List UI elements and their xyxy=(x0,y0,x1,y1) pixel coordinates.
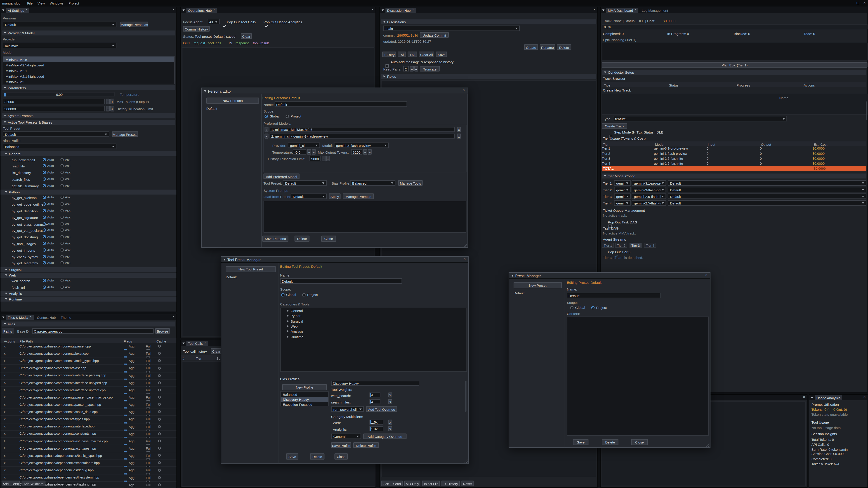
radio-auto[interactable] xyxy=(43,216,46,219)
new-preset-button[interactable]: New Preset xyxy=(514,282,562,288)
add-preferred-model-button[interactable]: Add Preferred Model xyxy=(264,173,299,179)
roles-header[interactable]: Roles xyxy=(381,74,596,78)
max-output-minus-button[interactable]: − xyxy=(363,149,367,155)
browse-button[interactable]: Browse xyxy=(155,328,170,334)
persona-list-item[interactable]: Default xyxy=(204,105,264,111)
radio-auto[interactable] xyxy=(43,229,46,232)
radio-auto[interactable] xyxy=(43,286,46,289)
stream-tab-tier2[interactable]: Tier 2 xyxy=(615,243,627,248)
discussion-action-button[interactable]: Gen + Send xyxy=(381,481,403,486)
radio-ask[interactable] xyxy=(61,235,64,238)
radio-auto[interactable] xyxy=(43,279,46,283)
model-list-item[interactable]: MiniMax-M2.1 xyxy=(3,68,174,73)
tab-close-icon[interactable]: ✕ xyxy=(29,316,32,319)
add-tool-override-button[interactable]: Add Tool Override xyxy=(366,406,397,412)
clear-status-button[interactable]: Clear xyxy=(241,33,252,39)
category-tree-item[interactable]: Python xyxy=(281,313,467,319)
expand-triangle-icon[interactable] xyxy=(287,325,289,327)
close-icon[interactable]: ✕ xyxy=(863,1,866,4)
tier-provider-select[interactable]: gemini xyxy=(614,180,631,186)
remove-model-icon[interactable]: x xyxy=(457,127,461,132)
panel-close-icon[interactable]: ✕ xyxy=(803,396,805,399)
radio-ask[interactable] xyxy=(61,229,64,232)
delete-discussion-button[interactable]: Delete xyxy=(557,44,571,50)
entry-button[interactable]: +All xyxy=(408,52,417,57)
radio-auto[interactable] xyxy=(43,261,46,265)
profile-name-input[interactable] xyxy=(331,381,419,386)
new-tool-preset-button[interactable]: New Tool Preset xyxy=(226,266,276,272)
remove-file-button[interactable]: x xyxy=(4,432,5,435)
category-multiplier-input[interactable] xyxy=(369,426,383,431)
radio-ask[interactable] xyxy=(61,279,64,283)
panel-menu-icon[interactable] xyxy=(182,342,185,344)
history-minus-button[interactable]: − xyxy=(322,156,326,161)
rename-discussion-button[interactable]: Rename xyxy=(539,44,555,50)
profile-list-item[interactable]: Discovery-Heavy xyxy=(281,397,329,402)
persona-select[interactable]: Default xyxy=(3,22,116,27)
minimize-icon[interactable]: — xyxy=(849,1,852,4)
radio-ask[interactable] xyxy=(61,164,64,168)
paths-subtab[interactable]: Paths xyxy=(2,328,13,334)
add-files-button[interactable]: Add File(s) xyxy=(2,481,20,486)
create-discussion-button[interactable]: Create xyxy=(524,44,538,50)
panel-close-icon[interactable]: ✕ xyxy=(371,8,374,11)
remove-file-button[interactable]: x xyxy=(4,359,5,362)
add-category-override-button[interactable]: Add Category Override xyxy=(363,433,406,439)
history-limit-input[interactable] xyxy=(309,156,320,161)
tab-close-icon[interactable]: ✕ xyxy=(634,8,637,11)
close-button[interactable]: Close xyxy=(335,453,348,459)
system-prompt-textarea[interactable] xyxy=(264,201,466,233)
discussion-action-button[interactable]: Reset xyxy=(461,481,473,486)
max-tokens-minus-button[interactable]: − xyxy=(106,99,110,104)
radio-project[interactable] xyxy=(591,306,594,309)
radio-auto[interactable] xyxy=(43,202,46,206)
apply-button[interactable]: Apply xyxy=(329,193,341,199)
stream-tab-tier3[interactable]: Tier 3 xyxy=(629,243,642,248)
provider-select[interactable]: minimax xyxy=(3,43,116,48)
radio-ask[interactable] xyxy=(61,255,64,258)
remove-file-button[interactable]: x xyxy=(4,381,5,384)
model-list-item[interactable]: MiniMax-M2.1-highspeed xyxy=(3,73,174,79)
tab-context-hub[interactable]: Context Hub xyxy=(35,315,57,320)
category-multiplier-input[interactable] xyxy=(369,420,383,424)
system-prompts-header[interactable]: System Prompts xyxy=(2,113,175,118)
tool-preset-name-input[interactable] xyxy=(280,278,402,284)
provider-select[interactable]: gemini_cli xyxy=(288,142,320,148)
menu-item[interactable]: Windows xyxy=(50,1,64,5)
remove-weight-icon[interactable]: x xyxy=(388,392,392,397)
dialog-close-icon[interactable]: ✕ xyxy=(463,258,466,261)
discussion-select[interactable]: main xyxy=(383,26,520,31)
create-track-button[interactable]: Create Track xyxy=(602,123,627,129)
pop-out-tier3-label[interactable]: Pop Out Tier 3 xyxy=(608,250,630,254)
panel-menu-icon[interactable] xyxy=(811,397,813,398)
radio-ask[interactable] xyxy=(61,184,64,187)
remove-file-button[interactable]: x xyxy=(4,352,5,355)
delete-persona-button[interactable]: Delete xyxy=(294,236,309,242)
tool-group-header[interactable]: Web xyxy=(0,273,176,278)
remove-file-button[interactable]: x xyxy=(4,403,5,406)
remove-file-button[interactable]: x xyxy=(4,454,5,457)
provider-model-header[interactable]: Provider & Model xyxy=(2,31,175,35)
radio-project[interactable] xyxy=(285,115,289,118)
delete-button[interactable]: Delete xyxy=(602,439,618,445)
remove-file-button[interactable]: x xyxy=(4,468,5,472)
tier-preset-select[interactable]: Default xyxy=(668,200,866,206)
entry-button[interactable]: -All xyxy=(398,52,406,57)
tool-group-header[interactable]: Analysis xyxy=(0,291,176,296)
stream-tab-tier4[interactable]: Tier 4 xyxy=(644,243,656,248)
temperature-plus-button[interactable]: + xyxy=(312,149,315,155)
radio-ask[interactable] xyxy=(61,158,64,161)
radio-ask[interactable] xyxy=(61,286,64,289)
files-header[interactable]: Files xyxy=(2,322,175,326)
tier-model-select[interactable]: gemini-2.5-flash-lite xyxy=(632,200,666,206)
remove-file-button[interactable]: x xyxy=(4,439,5,443)
conductor-setup-header[interactable]: Conductor Setup xyxy=(602,70,866,75)
expand-triangle-icon[interactable] xyxy=(287,335,289,338)
tab-close-icon[interactable]: ✕ xyxy=(25,8,28,11)
add-wildcard-button[interactable]: Add Wildcard xyxy=(22,481,46,486)
save-profile-button[interactable]: Save Profile xyxy=(331,442,351,448)
tool-group-header[interactable]: Surgical xyxy=(0,267,176,272)
remove-file-button[interactable]: x xyxy=(4,410,5,414)
radio-ask[interactable] xyxy=(61,222,64,225)
tab-discussion-hub[interactable]: Discussion Hub✕ xyxy=(385,7,416,12)
